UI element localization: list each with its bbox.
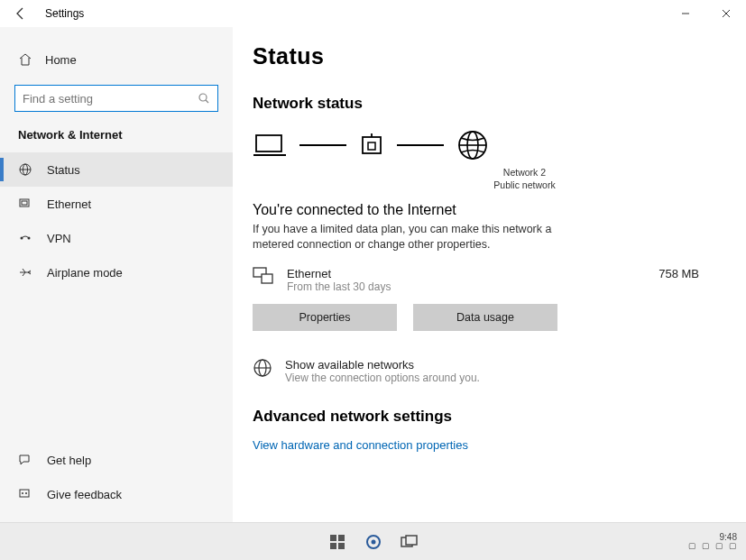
svg-point-11 <box>22 492 23 494</box>
svg-rect-22 <box>262 274 272 283</box>
svg-point-1 <box>199 94 207 101</box>
advanced-header: Advanced network settings <box>253 408 710 426</box>
network-diagram <box>253 129 710 161</box>
sidebar-home-label: Home <box>45 53 77 67</box>
show-available-networks[interactable]: Show available networks View the connect… <box>253 358 710 384</box>
svg-rect-13 <box>256 135 281 151</box>
sidebar-item-status[interactable]: Status <box>0 152 233 187</box>
home-icon <box>18 52 32 67</box>
sidebar-item-airplane-mode[interactable]: Airplane mode <box>0 255 233 289</box>
svg-rect-27 <box>338 535 345 541</box>
svg-rect-16 <box>368 142 375 150</box>
svg-rect-7 <box>22 201 27 205</box>
svg-rect-26 <box>330 535 336 541</box>
connection-line <box>299 144 346 146</box>
svg-rect-28 <box>330 543 336 549</box>
data-usage-button[interactable]: Data usage <box>413 304 557 331</box>
page-title: Status <box>253 43 710 69</box>
sidebar-item-label: VPN <box>47 232 71 245</box>
sidebar-section-label: Network & Internet <box>0 112 233 152</box>
network-status-header: Network status <box>253 95 710 113</box>
adapter-name: Ethernet <box>287 267 659 280</box>
back-button[interactable] <box>7 0 34 27</box>
sidebar-item-label: Airplane mode <box>47 266 123 280</box>
connected-desc: If you have a limited data plan, you can… <box>253 222 577 252</box>
main-content: Status Network status Network 2 Public n… <box>233 27 746 522</box>
taskbar-settings-icon[interactable] <box>364 532 383 552</box>
search-input-wrapper[interactable] <box>14 85 218 112</box>
sidebar-item-ethernet[interactable]: Ethernet <box>0 187 233 221</box>
connection-line <box>397 144 444 146</box>
adapter-amount: 758 MB <box>659 267 699 280</box>
adapter-icon <box>253 267 278 287</box>
properties-button[interactable]: Properties <box>253 304 397 331</box>
diagram-network-name: Network 2 <box>339 167 710 179</box>
svg-line-2 <box>206 100 208 103</box>
ethernet-icon <box>18 197 32 211</box>
diagram-network-type: Public network <box>339 179 710 192</box>
computer-icon <box>253 132 287 159</box>
sidebar-item-label: Give feedback <box>47 488 122 501</box>
sidebar-item-vpn[interactable]: VPN <box>0 221 233 255</box>
tray-icons[interactable]: ▢ ▢ ▢ ▢ <box>688 542 737 551</box>
tray-icon[interactable]: ▢ <box>688 542 696 551</box>
svg-rect-10 <box>20 490 29 497</box>
sidebar-give-feedback[interactable]: Give feedback <box>0 477 233 511</box>
tray-icon[interactable]: ▢ <box>729 542 737 551</box>
search-input[interactable] <box>23 92 198 106</box>
status-icon <box>18 162 32 177</box>
task-view-icon[interactable] <box>400 532 419 552</box>
taskbar: 9:48 ▢ ▢ ▢ ▢ <box>0 522 746 560</box>
sidebar: Home Network & Internet Status <box>0 27 233 522</box>
hardware-link[interactable]: View hardware and connection properties <box>253 438 468 452</box>
available-title: Show available networks <box>285 358 480 372</box>
globe-small-icon <box>253 358 272 384</box>
tray-icon[interactable]: ▢ <box>715 542 723 551</box>
start-button[interactable] <box>327 532 347 552</box>
close-button[interactable] <box>705 0 746 27</box>
minimize-button[interactable] <box>665 0 705 27</box>
adapter-period: From the last 30 days <box>287 280 659 293</box>
sidebar-item-label: Ethernet <box>47 197 91 211</box>
svg-rect-15 <box>363 137 381 153</box>
globe-icon <box>456 129 489 161</box>
window-title: Settings <box>45 7 84 20</box>
sidebar-item-label: Get help <box>47 454 91 467</box>
svg-rect-33 <box>406 536 417 545</box>
help-icon <box>18 453 32 467</box>
available-sub: View the connection options around you. <box>285 372 480 384</box>
vpn-icon <box>18 231 32 245</box>
sidebar-item-label: Status <box>47 163 80 177</box>
svg-point-12 <box>25 492 27 494</box>
router-icon <box>359 132 384 159</box>
sidebar-home[interactable]: Home <box>14 43 218 76</box>
tray-icon[interactable]: ▢ <box>702 542 710 551</box>
airplane-icon <box>18 265 32 280</box>
search-icon <box>198 92 210 105</box>
feedback-icon <box>18 487 32 501</box>
svg-rect-29 <box>338 543 345 549</box>
svg-point-31 <box>371 539 375 544</box>
connected-title: You're connected to the Internet <box>253 202 710 218</box>
sidebar-get-help[interactable]: Get help <box>0 443 233 477</box>
